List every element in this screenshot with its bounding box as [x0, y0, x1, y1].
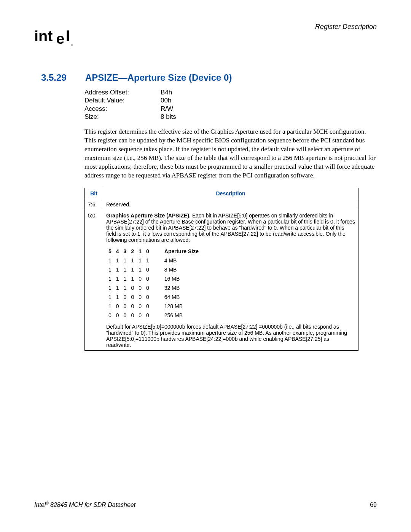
svg-text:e: e — [56, 30, 65, 47]
bit-val: 1 — [136, 256, 144, 265]
bit-val: 1 — [106, 256, 114, 265]
bit-val: 0 — [136, 283, 144, 292]
bit-val: 1 — [106, 283, 114, 292]
bit-col-header: 5 — [106, 247, 114, 256]
footer-title: Intel® 82845 MCH for SDR Datasheet — [34, 501, 135, 508]
bit-val: 1 — [106, 274, 114, 283]
meta-value-access: R/W — [161, 105, 173, 113]
bit-val: 0 — [121, 311, 129, 320]
bit-val: 0 — [144, 292, 151, 302]
aperture-col-header: Aperture Size — [151, 247, 201, 256]
bit-val: 0 — [136, 302, 144, 311]
bit-val: 0 — [136, 311, 144, 320]
bit-val: 0 — [121, 302, 129, 311]
footer-suffix: 82845 MCH for SDR Datasheet — [49, 502, 136, 508]
meta-label-default: Default Value: — [84, 96, 161, 104]
meta-label-size: Size: — [84, 113, 161, 121]
aperture-size: 4 MB — [151, 256, 201, 265]
desc-footnote: Default for APSIZE[5:0]=000000b forces d… — [106, 324, 355, 348]
bit-val: 1 — [144, 256, 151, 265]
bit-val: 1 — [121, 274, 129, 283]
bit-val: 0 — [144, 302, 151, 311]
bit-val: 0 — [144, 274, 151, 283]
bit-val: 0 — [129, 283, 136, 292]
register-table: Bit Description 7:6 Reserved. 5:0 Graphi… — [84, 188, 358, 351]
bit-val: 1 — [106, 265, 114, 274]
intel-logo: int e l ® — [34, 27, 80, 48]
bit-val: 1 — [106, 302, 114, 311]
bit-col-header: 1 — [136, 247, 144, 256]
bit-range: 7:6 — [85, 199, 103, 210]
register-meta: Address Offset: B4h Default Value: 00h A… — [84, 88, 377, 121]
bit-val: 1 — [136, 265, 144, 274]
bit-val: 0 — [144, 265, 151, 274]
bit-col-header: 4 — [114, 247, 121, 256]
bit-val: 1 — [129, 274, 136, 283]
page-number: 69 — [370, 502, 377, 508]
bit-val: 0 — [129, 311, 136, 320]
bit-description: Graphics Aperture Size (APSIZE). Each bi… — [103, 210, 358, 350]
aperture-size: 16 MB — [151, 274, 201, 283]
registered-mark: ® — [46, 501, 48, 505]
aperture-size: 32 MB — [151, 283, 201, 292]
bit-val: 0 — [144, 311, 151, 320]
meta-label-access: Access: — [84, 105, 161, 113]
svg-text:int: int — [34, 27, 53, 44]
bit-val: 0 — [121, 292, 129, 302]
col-header-description: Description — [103, 188, 358, 199]
bit-val: 0 — [136, 292, 144, 302]
meta-value-offset: B4h — [161, 88, 172, 96]
aperture-size-grid: 5 4 3 2 1 0 Aperture Size 1111114 MB 111… — [106, 247, 201, 320]
table-row: 7:6 Reserved. — [85, 199, 358, 210]
bit-val: 1 — [106, 292, 114, 302]
bit-range: 5:0 — [85, 210, 103, 350]
svg-text:l: l — [66, 27, 70, 44]
col-header-bit: Bit — [85, 188, 103, 199]
bit-val: 0 — [144, 283, 151, 292]
bit-val: 1 — [121, 256, 129, 265]
aperture-size: 256 MB — [151, 311, 201, 320]
bit-val: 1 — [114, 274, 121, 283]
bit-val: 1 — [114, 256, 121, 265]
footer-prefix: Intel — [34, 502, 46, 508]
bit-val: 1 — [114, 265, 121, 274]
bit-col-header: 3 — [121, 247, 129, 256]
meta-value-default: 00h — [161, 96, 171, 104]
aperture-size: 64 MB — [151, 292, 201, 302]
bit-val: 0 — [114, 302, 121, 311]
bit-val: 0 — [129, 302, 136, 311]
header-label: Register Description — [315, 23, 377, 31]
section-title: APSIZE—Aperture Size (Device 0) — [85, 72, 232, 83]
bit-col-header: 2 — [129, 247, 136, 256]
bit-val: 1 — [121, 265, 129, 274]
bit-val: 1 — [121, 283, 129, 292]
bit-val: 0 — [114, 311, 121, 320]
meta-value-size: 8 bits — [161, 113, 176, 121]
svg-text:®: ® — [71, 43, 73, 47]
bit-description: Reserved. — [103, 199, 358, 210]
desc-bold: Graphics Aperture Size (APSIZE). — [106, 212, 192, 219]
table-row: 5:0 Graphics Aperture Size (APSIZE). Eac… — [85, 210, 358, 350]
section-number: 3.5.29 — [41, 72, 72, 83]
bit-col-header: 0 — [144, 247, 151, 256]
bit-val: 1 — [129, 256, 136, 265]
bit-val: 0 — [136, 274, 144, 283]
body-paragraph: This register determines the effective s… — [84, 128, 378, 180]
bit-val: 1 — [114, 283, 121, 292]
aperture-size: 128 MB — [151, 302, 201, 311]
aperture-size: 8 MB — [151, 265, 201, 274]
meta-label-offset: Address Offset: — [84, 88, 161, 96]
bit-val: 1 — [129, 265, 136, 274]
bit-val: 0 — [129, 292, 136, 302]
bit-val: 0 — [106, 311, 114, 320]
bit-val: 1 — [114, 292, 121, 302]
